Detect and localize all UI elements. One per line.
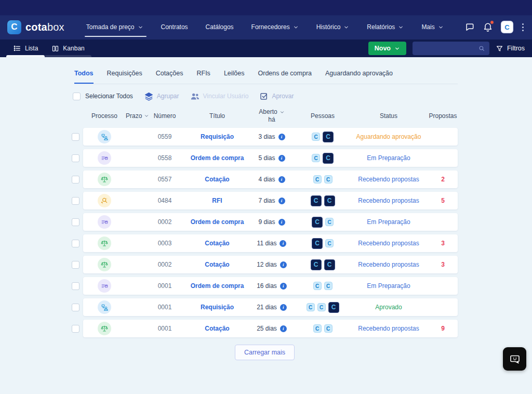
- view-tab-kanban[interactable]: Kanban: [45, 40, 91, 57]
- nav-item-catalogos[interactable]: Catálogos: [206, 15, 234, 40]
- col-header-aberto-sort[interactable]: Abertohá: [247, 108, 296, 124]
- kebab-menu-icon[interactable]: [521, 22, 525, 32]
- info-icon[interactable]: i: [278, 176, 285, 183]
- col-header-pessoas: Pessoas: [296, 112, 349, 120]
- cell-titulo-link[interactable]: Cotação: [187, 261, 247, 268]
- cell-aberto-ha: 11 dias: [257, 240, 277, 247]
- table-row[interactable]: 0002 Cotação 12 diasi CC Recebendo propo…: [72, 256, 458, 273]
- top-navbar: C cotabox Tomada de preço Contratos Catá…: [0, 0, 532, 40]
- row-checkbox[interactable]: [72, 176, 79, 183]
- cell-pessoas: CCC: [296, 302, 349, 313]
- nav-item-relatorios[interactable]: Relatórios: [367, 15, 404, 40]
- chat-widget-button[interactable]: [503, 347, 526, 371]
- info-icon[interactable]: i: [278, 198, 285, 204]
- cell-numero: 0557: [142, 176, 187, 183]
- chevron-down-icon: [280, 110, 285, 115]
- user-avatar[interactable]: C: [501, 21, 513, 33]
- nav-item-fornecedores[interactable]: Fornecedores: [251, 15, 299, 40]
- bulk-action-bar: Selecionar Todos Agrupar Vincular Usuári…: [73, 90, 458, 102]
- nav-item-historico[interactable]: Histórico: [316, 15, 350, 40]
- nav-item-mais[interactable]: Mais: [421, 15, 443, 40]
- info-icon[interactable]: i: [280, 283, 287, 290]
- tab-todos[interactable]: Todos: [74, 70, 94, 84]
- notification-badge: [490, 20, 494, 24]
- cell-titulo-link[interactable]: Requisição: [187, 304, 247, 311]
- cell-propostas: 3: [428, 261, 458, 268]
- table-row[interactable]: 0557 Cotação 4 diasi CC Recebendo propos…: [72, 170, 458, 188]
- table-row[interactable]: 0558 Ordem de compra 5 diasi CC Em Prepa…: [72, 149, 458, 167]
- person-avatar: C: [313, 324, 322, 333]
- main-nav: Tomada de preço Contratos Catálogos Forn…: [86, 15, 444, 40]
- info-icon[interactable]: i: [280, 325, 287, 332]
- table-row[interactable]: 0003 Cotação 11 diasi CC Recebendo propo…: [72, 234, 458, 252]
- info-icon[interactable]: i: [280, 240, 286, 247]
- tab-requisicoes[interactable]: Requisições: [107, 70, 142, 84]
- aprovar-button[interactable]: Aprovar: [259, 91, 294, 101]
- row-checkbox[interactable]: [72, 240, 79, 247]
- cell-titulo-link[interactable]: Cotação: [187, 176, 247, 183]
- cell-numero: 0001: [142, 325, 187, 332]
- cell-numero: 0001: [142, 282, 187, 290]
- view-tab-lista[interactable]: Lista: [6, 40, 45, 57]
- search-input[interactable]: [417, 45, 478, 52]
- person-avatar: C: [317, 303, 326, 311]
- info-icon[interactable]: i: [278, 219, 285, 226]
- person-avatar: C: [323, 132, 334, 142]
- process-list: 0559 Requisição 3 diasi CC Aguardando ap…: [72, 128, 458, 337]
- info-icon[interactable]: i: [280, 261, 287, 268]
- vincular-usuario-button[interactable]: Vincular Usuário: [190, 91, 249, 101]
- person-avatar: C: [312, 217, 323, 228]
- status-badge: Em Preparação: [349, 218, 428, 226]
- table-row[interactable]: 0002 Ordem de compra 9 diasi CC Em Prepa…: [72, 213, 458, 231]
- tab-rfis[interactable]: RFIs: [196, 70, 210, 84]
- row-checkbox[interactable]: [72, 304, 79, 311]
- person-avatar: C: [324, 195, 335, 206]
- chevron-down-icon: [293, 24, 299, 30]
- table-row[interactable]: 0484 RFI 7 diasi CC Recebendo propostas …: [72, 192, 458, 209]
- info-icon[interactable]: i: [280, 304, 287, 311]
- table-row[interactable]: 0001 Requisição 21 diasi CCC Aprovado: [72, 298, 458, 316]
- cell-titulo-link[interactable]: Ordem de compra: [187, 154, 247, 162]
- info-icon[interactable]: i: [278, 155, 285, 162]
- agrupar-button[interactable]: Agrupar: [144, 91, 179, 101]
- tab-ordens-de-compra[interactable]: Ordens de compra: [258, 70, 312, 84]
- cell-numero: 0002: [142, 218, 187, 226]
- row-checkbox[interactable]: [72, 197, 79, 205]
- row-checkbox[interactable]: [72, 261, 79, 269]
- load-more-button[interactable]: Carregar mais: [235, 345, 295, 360]
- info-icon[interactable]: i: [278, 134, 285, 140]
- row-checkbox[interactable]: [72, 133, 79, 141]
- cell-titulo-link[interactable]: Requisição: [187, 133, 247, 140]
- select-all-checkbox[interactable]: [73, 93, 81, 100]
- tab-cotacoes[interactable]: Cotações: [156, 70, 183, 84]
- person-avatar: C: [312, 154, 320, 162]
- notifications-bell-icon[interactable]: [483, 22, 493, 32]
- row-checkbox[interactable]: [72, 218, 79, 226]
- row-checkbox[interactable]: [72, 154, 79, 162]
- filtros-button[interactable]: Filtros: [496, 45, 525, 52]
- table-row[interactable]: 0001 Ordem de compra 16 diasi CC Em Prep…: [72, 277, 458, 295]
- cell-titulo-link[interactable]: RFI: [187, 197, 247, 204]
- status-badge: Recebendo propostas: [349, 197, 428, 204]
- row-checkbox[interactable]: [72, 325, 79, 333]
- cell-titulo-link[interactable]: Cotação: [187, 240, 247, 247]
- person-avatar: C: [324, 175, 332, 183]
- cell-titulo-link[interactable]: Ordem de compra: [187, 282, 247, 290]
- row-checkbox[interactable]: [72, 282, 79, 290]
- table-row[interactable]: 0559 Requisição 3 diasi CC Aguardando ap…: [72, 128, 458, 146]
- table-row[interactable]: 0001 Cotação 25 diasi CC Recebendo propo…: [72, 320, 458, 337]
- cotacao-icon: [98, 258, 111, 271]
- requisicao-icon: [98, 300, 111, 314]
- search-icon[interactable]: [478, 45, 485, 52]
- chevron-down-icon: [438, 24, 444, 30]
- novo-button[interactable]: Novo: [368, 42, 406, 55]
- cell-titulo-link[interactable]: Cotação: [187, 325, 247, 332]
- tab-aguardando-aprovacao[interactable]: Aguardando aprovação: [325, 70, 393, 84]
- chat-icon[interactable]: [464, 22, 475, 32]
- col-header-numero: Número: [142, 112, 187, 120]
- cell-titulo-link[interactable]: Ordem de compra: [187, 218, 247, 226]
- nav-item-tomada-de-preco[interactable]: Tomada de preço: [86, 15, 143, 40]
- tab-leiloes[interactable]: Leilões: [224, 70, 245, 84]
- brand-logo[interactable]: C cotabox: [7, 20, 64, 34]
- nav-item-contratos[interactable]: Contratos: [161, 15, 188, 40]
